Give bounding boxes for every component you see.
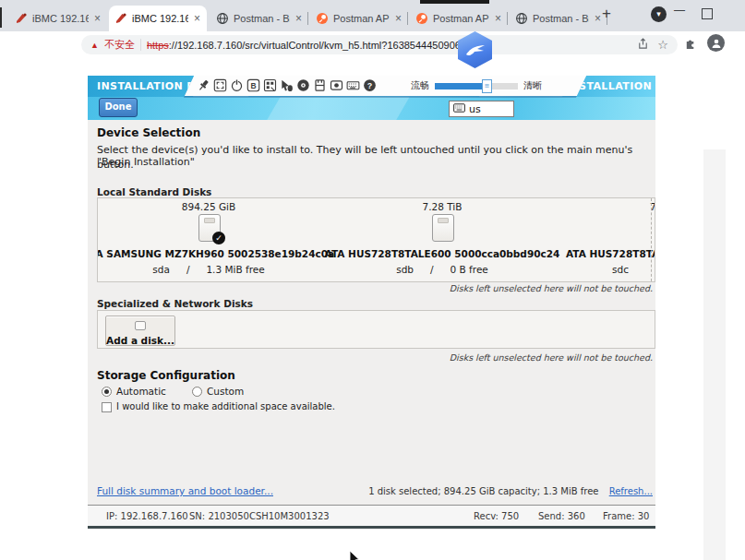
screenshot-canvas: iBMC 192.168.7.16... × iBMC 192.168.7.16… (0, 0, 745, 560)
bookmark-star-icon[interactable]: ☆ (657, 38, 668, 52)
svg-text:?: ? (367, 81, 372, 90)
address-bar[interactable]: ▲ 不安全 https://192.168.7.160/src/virtualC… (81, 35, 678, 54)
not-secure-label: 不安全 (104, 38, 135, 52)
quality-slider-handle[interactable]: ≡ (482, 79, 492, 93)
quality-clear-label: 清晰 (523, 79, 542, 92)
url-rest: ://192.168.7.160/src/virtualControl/kvm_… (169, 40, 461, 51)
disk-name: ATA HUS728T8TAL (566, 248, 655, 259)
done-button[interactable]: Done (99, 98, 138, 117)
disk-sda[interactable]: 894.25 GiB ✓ ATA SAMSUNG MZ7KH960 500253… (98, 198, 319, 281)
anaconda-installer: INSTALLATION DEST STALLATION B ? (88, 76, 655, 529)
tab-close-icon[interactable]: × (93, 12, 102, 25)
cd-rom-icon[interactable] (296, 78, 310, 92)
background-window-artifact (420, 0, 489, 4)
keyboard-layout-selector[interactable]: us (449, 101, 514, 117)
disk-dev: sdc (612, 264, 629, 275)
browser-tab-postman-api-2[interactable]: Postman API Platfo... × (410, 6, 508, 31)
add-disk-button[interactable]: Add a disk... (105, 316, 175, 346)
additional-space-checkbox[interactable] (102, 402, 112, 412)
panel-clip-edge (651, 198, 652, 281)
disk-details: sdb/0 B free (331, 264, 553, 275)
disk-details: sdc (564, 264, 655, 275)
unselected-note: Disks left unselected here will not be t… (450, 283, 653, 293)
tab-close-icon[interactable]: × (193, 12, 201, 25)
device-selection-title: Device Selection (97, 126, 200, 139)
disk-dev: sdb (396, 264, 414, 275)
share-icon[interactable] (637, 38, 649, 52)
disk-icon: ✓ (198, 214, 221, 242)
virtual-drive-icon[interactable] (313, 78, 327, 92)
disk-icon-slot (438, 218, 449, 223)
not-secure-warning-icon: ▲ (90, 41, 99, 50)
additional-space-label[interactable]: I would like to make additional space av… (116, 401, 335, 411)
intro-text-line2: button. (97, 159, 134, 171)
postman-favicon-icon (415, 12, 428, 25)
radio-automatic[interactable] (102, 387, 112, 397)
new-tab-button[interactable]: + (602, 5, 611, 23)
extensions-puzzle-icon[interactable] (684, 36, 698, 54)
browser-tab-postman-browse-1[interactable]: Postman - Browse... × (210, 6, 308, 31)
browser-tab-strip: iBMC 192.168.7.16... × iBMC 192.168.7.16… (0, 0, 745, 31)
status-bar-bottom-edge (88, 526, 655, 529)
specialized-disks-label: Specialized & Network Disks (97, 298, 253, 309)
screen-layout-icon[interactable] (263, 78, 277, 92)
radio-automatic-label[interactable]: Automatic (116, 386, 166, 397)
disk-free: 1.3 MiB free (206, 264, 264, 275)
status-recv: Recv: 750 (474, 511, 519, 521)
disk-details: sda/1.3 MiB free (98, 264, 319, 275)
ibmc-favicon-icon (114, 12, 127, 25)
kvm-page: INSTALLATION DEST STALLATION B ? (0, 57, 745, 560)
tab-close-icon[interactable]: × (494, 12, 502, 25)
keyboard-layout-value: us (469, 103, 481, 115)
full-disk-summary-link[interactable]: Full disk summary and boot loader... (97, 485, 273, 496)
disk-capacity: 894.25 GiB (98, 201, 319, 212)
refresh-link[interactable]: Refresh... (609, 486, 653, 496)
radio-custom[interactable] (192, 387, 202, 397)
quality-smooth-label: 流畅 (411, 79, 429, 92)
fullscreen-icon[interactable] (213, 78, 227, 92)
kvm-floating-toolbar: B ? 流畅 ≡ 清晰 (189, 76, 582, 96)
ibmc-favicon-icon (15, 12, 28, 25)
storage-configuration-title: Storage Configuration (97, 369, 235, 382)
window-maximize-button[interactable] (702, 8, 713, 19)
disk-separator: / (430, 264, 434, 275)
browser-tab-ibmc-2-active[interactable]: iBMC 192.168.7.16... × (109, 6, 207, 31)
kvm-status-bar: IP: 192.168.7.160 SN: 2103050CSH10M30013… (88, 505, 655, 526)
status-sn: SN: 2103050CSH10M3001323 (189, 511, 330, 521)
browser-tab-postman-browse-2[interactable]: Postman - Browse... × (510, 6, 607, 31)
tab-title: Postman - Browse... (234, 13, 290, 24)
browser-tab-postman-api-1[interactable]: Postman API Platfo... × (310, 6, 408, 31)
video-quality-fill (435, 83, 487, 89)
specialized-disks-panel: Add a disk... (97, 310, 655, 349)
profile-avatar[interactable] (707, 34, 725, 52)
disk-name: ATA HUS728T8TALE600 5000cca0bbd90c24 (276, 248, 608, 259)
disk-separator: / (186, 264, 190, 275)
disk-sdb[interactable]: 7.28 TiB ATA HUS728T8TALE600 5000cca0bbd… (331, 198, 553, 281)
help-icon[interactable]: ? (363, 78, 377, 92)
tab-close-icon[interactable]: × (394, 12, 403, 25)
boot-option-b-icon[interactable]: B (246, 78, 260, 92)
tab-close-icon[interactable]: × (594, 12, 602, 25)
tab-title: iBMC 192.168.7.16... (132, 13, 188, 24)
video-quality-slider: 流畅 ≡ 清晰 (411, 76, 542, 96)
full-disk-summary-link-row: Full disk summary and boot loader... (97, 485, 273, 496)
installer-content: Device Selection Select the device(s) yo… (88, 120, 655, 505)
disk-dev: sda (152, 264, 170, 275)
mouse-icon[interactable] (280, 78, 294, 92)
browser-tab-ibmc-1[interactable]: iBMC 192.168.7.16... × (9, 6, 107, 31)
tab-close-icon[interactable]: × (294, 12, 303, 25)
quality-slider-track[interactable]: ≡ (435, 83, 518, 89)
tab-separator (507, 12, 508, 25)
window-minimize-button[interactable]: — (674, 4, 685, 17)
installer-subheader (88, 97, 655, 120)
screen-record-icon[interactable] (330, 78, 343, 92)
disk-capacity: 7.28 TiB (331, 201, 553, 212)
url-text: https://192.168.7.160/src/virtualControl… (147, 40, 461, 51)
tab-title: Postman - Browse... (533, 13, 589, 24)
keyboard-settings-icon[interactable] (346, 78, 360, 92)
tab-search-button[interactable]: ▾ (651, 6, 667, 22)
power-icon[interactable] (230, 78, 244, 92)
radio-custom-label[interactable]: Custom (207, 386, 244, 397)
pin-icon[interactable] (197, 78, 210, 92)
disk-sdc[interactable]: 7 ATA HUS728T8TAL sdc (564, 198, 655, 281)
